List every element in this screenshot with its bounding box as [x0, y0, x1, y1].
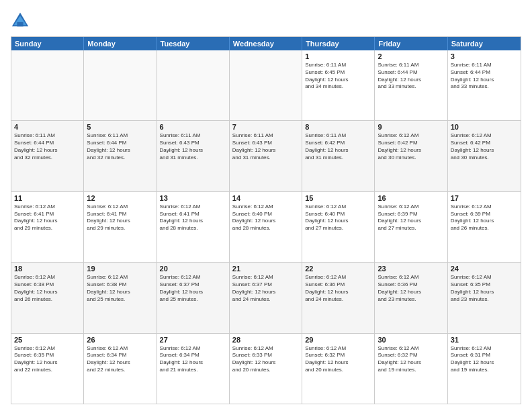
calendar-cell: 29Sunrise: 6:12 AM Sunset: 6:32 PM Dayli…: [302, 334, 375, 404]
calendar-cell: 3Sunrise: 6:11 AM Sunset: 6:44 PM Daylig…: [448, 50, 521, 120]
day-number: 10: [451, 123, 518, 131]
day-number: 3: [451, 52, 518, 60]
header: [11, 11, 521, 30]
day-number: 2: [378, 52, 444, 60]
logo-icon: [11, 11, 30, 30]
day-number: 17: [451, 194, 518, 202]
calendar-cell: [84, 50, 157, 120]
calendar-row: 1Sunrise: 6:11 AM Sunset: 6:45 PM Daylig…: [11, 50, 521, 121]
calendar-cell: 22Sunrise: 6:12 AM Sunset: 6:36 PM Dayli…: [302, 263, 375, 332]
cell-info: Sunrise: 6:12 AM Sunset: 6:37 PM Dayligh…: [232, 274, 299, 303]
day-number: 15: [305, 194, 371, 202]
day-number: 23: [378, 265, 444, 273]
day-number: 22: [305, 265, 371, 273]
calendar-row: 4Sunrise: 6:11 AM Sunset: 6:44 PM Daylig…: [11, 121, 521, 191]
cell-info: Sunrise: 6:12 AM Sunset: 6:32 PM Dayligh…: [378, 345, 444, 374]
day-number: 5: [87, 123, 153, 131]
day-number: 21: [232, 265, 299, 273]
calendar-cell: 25Sunrise: 6:12 AM Sunset: 6:35 PM Dayli…: [11, 334, 84, 404]
calendar-cell: 30Sunrise: 6:12 AM Sunset: 6:32 PM Dayli…: [375, 334, 447, 404]
day-number: 27: [160, 336, 226, 344]
cell-info: Sunrise: 6:12 AM Sunset: 6:37 PM Dayligh…: [160, 274, 226, 303]
day-number: 6: [160, 123, 226, 131]
day-number: 11: [14, 194, 81, 202]
cell-info: Sunrise: 6:11 AM Sunset: 6:44 PM Dayligh…: [378, 62, 444, 91]
calendar-cell: 7Sunrise: 6:11 AM Sunset: 6:43 PM Daylig…: [230, 121, 302, 191]
day-number: 31: [451, 336, 518, 344]
calendar-cell: 16Sunrise: 6:12 AM Sunset: 6:39 PM Dayli…: [375, 192, 447, 262]
day-number: 18: [14, 265, 81, 273]
cell-info: Sunrise: 6:12 AM Sunset: 6:42 PM Dayligh…: [378, 132, 444, 161]
calendar-cell: 1Sunrise: 6:11 AM Sunset: 6:45 PM Daylig…: [302, 50, 375, 120]
cell-info: Sunrise: 6:12 AM Sunset: 6:36 PM Dayligh…: [378, 274, 444, 303]
day-number: 25: [14, 336, 81, 344]
calendar-cell: 31Sunrise: 6:12 AM Sunset: 6:31 PM Dayli…: [448, 334, 521, 404]
cell-info: Sunrise: 6:12 AM Sunset: 6:38 PM Dayligh…: [87, 274, 153, 303]
day-number: 30: [378, 336, 444, 344]
cell-info: Sunrise: 6:11 AM Sunset: 6:45 PM Dayligh…: [305, 62, 371, 91]
logo: [11, 11, 32, 30]
day-number: 8: [305, 123, 371, 131]
header-day-wednesday: Wednesday: [230, 37, 302, 50]
calendar-cell: 24Sunrise: 6:12 AM Sunset: 6:35 PM Dayli…: [448, 263, 521, 332]
cell-info: Sunrise: 6:12 AM Sunset: 6:38 PM Dayligh…: [14, 274, 81, 303]
calendar-cell: [11, 50, 84, 120]
calendar-row: 18Sunrise: 6:12 AM Sunset: 6:38 PM Dayli…: [11, 263, 521, 333]
cell-info: Sunrise: 6:12 AM Sunset: 6:40 PM Dayligh…: [232, 203, 299, 232]
cell-info: Sunrise: 6:12 AM Sunset: 6:41 PM Dayligh…: [87, 203, 153, 232]
header-day-thursday: Thursday: [302, 37, 375, 50]
cell-info: Sunrise: 6:12 AM Sunset: 6:41 PM Dayligh…: [14, 203, 81, 232]
day-number: 1: [305, 52, 371, 60]
cell-info: Sunrise: 6:12 AM Sunset: 6:33 PM Dayligh…: [232, 345, 299, 374]
calendar-cell: 8Sunrise: 6:11 AM Sunset: 6:42 PM Daylig…: [302, 121, 375, 191]
calendar-cell: 4Sunrise: 6:11 AM Sunset: 6:44 PM Daylig…: [11, 121, 84, 191]
day-number: 26: [87, 336, 153, 344]
calendar-cell: 28Sunrise: 6:12 AM Sunset: 6:33 PM Dayli…: [230, 334, 302, 404]
day-number: 7: [232, 123, 299, 131]
calendar-cell: 6Sunrise: 6:11 AM Sunset: 6:43 PM Daylig…: [157, 121, 230, 191]
calendar-row: 25Sunrise: 6:12 AM Sunset: 6:35 PM Dayli…: [11, 334, 521, 404]
day-number: 20: [160, 265, 226, 273]
calendar-cell: 23Sunrise: 6:12 AM Sunset: 6:36 PM Dayli…: [375, 263, 447, 332]
cell-info: Sunrise: 6:12 AM Sunset: 6:39 PM Dayligh…: [378, 203, 444, 232]
header-day-monday: Monday: [84, 37, 157, 50]
header-day-friday: Friday: [375, 37, 447, 50]
cell-info: Sunrise: 6:12 AM Sunset: 6:32 PM Dayligh…: [305, 345, 371, 374]
day-number: 28: [232, 336, 299, 344]
cell-info: Sunrise: 6:12 AM Sunset: 6:34 PM Dayligh…: [87, 345, 153, 374]
day-number: 16: [378, 194, 444, 202]
cell-info: Sunrise: 6:12 AM Sunset: 6:35 PM Dayligh…: [14, 345, 81, 374]
cell-info: Sunrise: 6:12 AM Sunset: 6:34 PM Dayligh…: [160, 345, 226, 374]
cell-info: Sunrise: 6:11 AM Sunset: 6:44 PM Dayligh…: [87, 132, 153, 161]
cell-info: Sunrise: 6:12 AM Sunset: 6:36 PM Dayligh…: [305, 274, 371, 303]
day-number: 13: [160, 194, 226, 202]
cell-info: Sunrise: 6:12 AM Sunset: 6:39 PM Dayligh…: [451, 203, 518, 232]
day-number: 9: [378, 123, 444, 131]
page: SundayMondayTuesdayWednesdayThursdayFrid…: [0, 0, 532, 411]
cell-info: Sunrise: 6:11 AM Sunset: 6:43 PM Dayligh…: [160, 132, 226, 161]
day-number: 24: [451, 265, 518, 273]
cell-info: Sunrise: 6:11 AM Sunset: 6:44 PM Dayligh…: [451, 62, 518, 91]
svg-rect-2: [17, 22, 23, 27]
cell-info: Sunrise: 6:12 AM Sunset: 6:35 PM Dayligh…: [451, 274, 518, 303]
calendar-cell: 11Sunrise: 6:12 AM Sunset: 6:41 PM Dayli…: [11, 192, 84, 262]
header-day-sunday: Sunday: [11, 37, 84, 50]
cell-info: Sunrise: 6:11 AM Sunset: 6:44 PM Dayligh…: [14, 132, 81, 161]
calendar-cell: 10Sunrise: 6:12 AM Sunset: 6:42 PM Dayli…: [448, 121, 521, 191]
calendar-row: 11Sunrise: 6:12 AM Sunset: 6:41 PM Dayli…: [11, 192, 521, 263]
calendar-cell: 27Sunrise: 6:12 AM Sunset: 6:34 PM Dayli…: [157, 334, 230, 404]
calendar-cell: 13Sunrise: 6:12 AM Sunset: 6:41 PM Dayli…: [157, 192, 230, 262]
calendar-cell: 17Sunrise: 6:12 AM Sunset: 6:39 PM Dayli…: [448, 192, 521, 262]
header-day-saturday: Saturday: [448, 37, 521, 50]
cell-info: Sunrise: 6:11 AM Sunset: 6:43 PM Dayligh…: [232, 132, 299, 161]
calendar-cell: 15Sunrise: 6:12 AM Sunset: 6:40 PM Dayli…: [302, 192, 375, 262]
calendar-cell: 5Sunrise: 6:11 AM Sunset: 6:44 PM Daylig…: [84, 121, 157, 191]
cell-info: Sunrise: 6:11 AM Sunset: 6:42 PM Dayligh…: [305, 132, 371, 161]
calendar-cell: 14Sunrise: 6:12 AM Sunset: 6:40 PM Dayli…: [230, 192, 302, 262]
calendar-cell: 2Sunrise: 6:11 AM Sunset: 6:44 PM Daylig…: [375, 50, 447, 120]
header-day-tuesday: Tuesday: [157, 37, 230, 50]
cell-info: Sunrise: 6:12 AM Sunset: 6:31 PM Dayligh…: [451, 345, 518, 374]
calendar: SundayMondayTuesdayWednesdayThursdayFrid…: [11, 36, 521, 404]
calendar-cell: [157, 50, 230, 120]
calendar-body: 1Sunrise: 6:11 AM Sunset: 6:45 PM Daylig…: [11, 50, 521, 404]
